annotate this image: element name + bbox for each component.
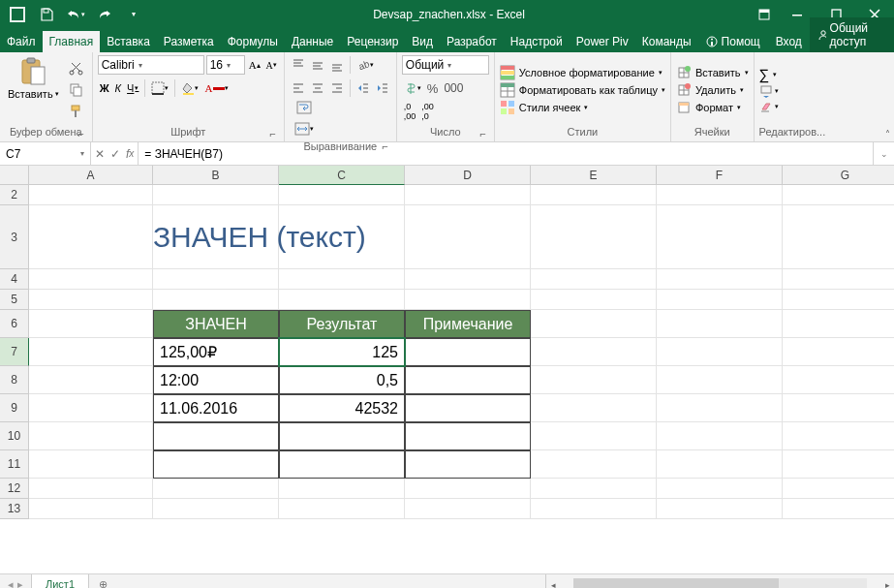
cell-E12[interactable]	[531, 479, 657, 499]
cell-B4[interactable]	[153, 269, 279, 290]
table-cell[interactable]	[153, 450, 279, 479]
tab-developer[interactable]: Разработ	[440, 31, 504, 52]
align-left-icon[interactable]	[290, 78, 307, 98]
table-cell[interactable]: 12:00	[153, 366, 279, 394]
cell-E10[interactable]	[531, 422, 657, 450]
cell-F4[interactable]	[657, 269, 783, 290]
bold-button[interactable]: Ж	[98, 78, 111, 98]
cell-F8[interactable]	[657, 366, 783, 394]
table-cell[interactable]	[153, 422, 279, 450]
cell-F13[interactable]	[657, 499, 783, 519]
cell-G3[interactable]	[783, 205, 894, 269]
cell-A9[interactable]	[29, 394, 153, 422]
row-header-3[interactable]: 3	[0, 205, 29, 269]
merge-icon[interactable]: ▾	[293, 119, 315, 139]
cell-F12[interactable]	[657, 479, 783, 499]
row-header-12[interactable]: 12	[0, 479, 29, 499]
name-box[interactable]: C7▾	[0, 142, 91, 165]
col-header-E[interactable]: E	[531, 166, 657, 185]
align-top-icon[interactable]	[290, 55, 307, 75]
tab-addins[interactable]: Надстрой	[504, 31, 570, 52]
cell-A2[interactable]	[29, 185, 153, 205]
cell-B2[interactable]	[153, 185, 279, 205]
table-cell[interactable]	[405, 394, 531, 422]
table-cell[interactable]: 11.06.2016	[153, 394, 279, 422]
align-right-icon[interactable]	[328, 78, 346, 98]
sheet-tab-1[interactable]: Лист1	[31, 574, 89, 588]
cell-B13[interactable]	[153, 499, 279, 519]
expand-formula-bar-icon[interactable]: ⌄	[873, 142, 894, 165]
table-cell[interactable]	[405, 366, 531, 394]
cell-G12[interactable]	[783, 479, 894, 499]
launcher-icon[interactable]: ⌐	[76, 128, 87, 139]
row-header-4[interactable]: 4	[0, 269, 29, 290]
currency-icon[interactable]: ▾	[402, 78, 423, 98]
col-header-D[interactable]: D	[405, 166, 531, 185]
format-cells-button[interactable]: Формат▾	[676, 100, 749, 115]
launcher-icon[interactable]: ⌐	[478, 128, 489, 139]
cell-A3[interactable]	[29, 205, 153, 269]
wrap-text-icon[interactable]	[293, 98, 315, 117]
cell-D5[interactable]	[405, 290, 531, 310]
cell-F6[interactable]	[657, 310, 783, 338]
cell-A4[interactable]	[29, 269, 153, 290]
table-cell[interactable]	[405, 422, 531, 450]
row-header-7[interactable]: 7	[0, 338, 29, 366]
col-header-A[interactable]: A	[29, 166, 153, 185]
orientation-icon[interactable]: ab▾	[355, 55, 376, 75]
align-center-icon[interactable]	[309, 78, 326, 98]
cell-F5[interactable]	[657, 290, 783, 310]
cell-E5[interactable]	[531, 290, 657, 310]
tab-file[interactable]: Файл	[0, 31, 43, 52]
cell-A7[interactable]	[29, 338, 153, 366]
tab-formulas[interactable]: Формулы	[221, 31, 285, 52]
format-as-table-button[interactable]: Форматировать как таблицу▾	[500, 82, 665, 98]
cell-D2[interactable]	[405, 185, 531, 205]
cell-G2[interactable]	[783, 185, 894, 205]
redo-icon[interactable]	[91, 1, 118, 28]
ribbon-options-icon[interactable]	[751, 1, 778, 28]
decrease-indent-icon[interactable]	[355, 78, 372, 98]
table-cell[interactable]: 0,5	[279, 366, 405, 394]
conditional-formatting-button[interactable]: Условное форматирование▾	[500, 65, 665, 80]
qat-customize-icon[interactable]: ▾	[120, 1, 147, 28]
delete-cells-button[interactable]: Удалить▾	[676, 82, 749, 98]
cell-D12[interactable]	[405, 479, 531, 499]
formula-input[interactable]: = ЗНАЧЕН(B7)	[139, 142, 873, 165]
cell-E4[interactable]	[531, 269, 657, 290]
undo-icon[interactable]: ▾	[62, 1, 89, 28]
font-size-combo[interactable]: 16▾	[206, 55, 245, 75]
horizontal-scrollbar[interactable]: ◂▸	[545, 574, 894, 588]
cell-A10[interactable]	[29, 422, 153, 450]
cell-G9[interactable]	[783, 394, 894, 422]
cell-A11[interactable]	[29, 450, 153, 479]
tab-view[interactable]: Вид	[405, 31, 440, 52]
tab-data[interactable]: Данные	[285, 31, 340, 52]
shrink-font-icon[interactable]: A▾	[264, 55, 279, 75]
col-header-G[interactable]: G	[783, 166, 894, 185]
align-middle-icon[interactable]	[309, 55, 326, 75]
cut-icon[interactable]	[66, 59, 87, 78]
enter-formula-icon[interactable]: ✓	[110, 147, 120, 161]
save-icon[interactable]	[33, 1, 60, 28]
cell-F10[interactable]	[657, 422, 783, 450]
tab-home[interactable]: Главная	[43, 31, 101, 52]
cell-G11[interactable]	[783, 450, 894, 479]
format-painter-icon[interactable]	[66, 102, 87, 121]
row-header-9[interactable]: 9	[0, 394, 29, 422]
tab-layout[interactable]: Разметка	[157, 31, 221, 52]
cell-F2[interactable]	[657, 185, 783, 205]
cancel-formula-icon[interactable]: ✕	[95, 147, 105, 161]
row-header-13[interactable]: 13	[0, 499, 29, 519]
cell-F7[interactable]	[657, 338, 783, 366]
cell-styles-button[interactable]: Стили ячеек▾	[500, 100, 665, 115]
cell-C12[interactable]	[279, 479, 405, 499]
cell-B5[interactable]	[153, 290, 279, 310]
cell-E6[interactable]	[531, 310, 657, 338]
table-cell[interactable]	[279, 422, 405, 450]
cell-C5[interactable]	[279, 290, 405, 310]
table-header[interactable]: ЗНАЧЕН	[153, 310, 279, 338]
border-icon[interactable]: ▾	[149, 78, 170, 98]
tab-insert[interactable]: Вставка	[100, 31, 157, 52]
cell-G4[interactable]	[783, 269, 894, 290]
